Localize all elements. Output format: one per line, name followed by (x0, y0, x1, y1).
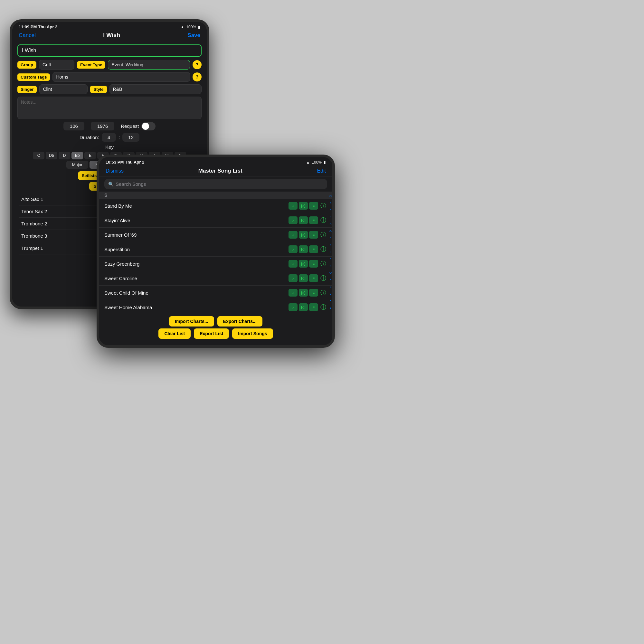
list-icon[interactable]: ≡ (309, 289, 318, 297)
year-input[interactable]: 1976 (91, 122, 114, 130)
key-D[interactable]: D (59, 152, 70, 159)
info-icon[interactable]: ⓘ (319, 303, 327, 311)
import-songs-button[interactable]: Import Songs (232, 328, 273, 339)
event-type-help[interactable]: ? (193, 60, 202, 69)
key-E[interactable]: E (84, 152, 96, 159)
music-icon[interactable]: ♪ (289, 289, 298, 297)
custom-tags-help[interactable]: ? (193, 72, 202, 81)
song-stayin-alive[interactable]: Stayin' Alive ♪ [c] ≡ ⓘ (99, 213, 332, 228)
alpha-dot3[interactable]: • (329, 257, 332, 261)
music-icon[interactable]: ♪ (289, 216, 298, 224)
search-bar[interactable]: 🔍 Search Songs (104, 179, 327, 189)
singer-row: Singer Clint Style R&B (17, 84, 202, 94)
alpha-dot4[interactable]: • (329, 278, 332, 282)
chord-icon[interactable]: [c] (299, 260, 308, 268)
music-icon[interactable]: ♪ (289, 231, 298, 239)
info-icon[interactable]: ⓘ (319, 202, 327, 210)
music-icon[interactable]: ♪ (289, 260, 298, 268)
alpha-L[interactable]: L (329, 251, 332, 254)
bpm-input[interactable]: 106 (63, 122, 84, 130)
alpha-O2[interactable]: O (329, 271, 332, 275)
dismiss-button[interactable]: Dismiss (106, 168, 124, 174)
list-icon[interactable]: ≡ (309, 202, 318, 210)
info-icon[interactable]: ⓘ (319, 216, 327, 224)
song-sweet-caroline[interactable]: Sweet Caroline ♪ [c] ≡ ⓘ (99, 271, 332, 286)
alpha-O[interactable]: O (329, 194, 332, 198)
clear-list-button[interactable]: Clear List (158, 328, 191, 339)
song-superstition[interactable]: Superstition ♪ [c] ≡ ⓘ (99, 242, 332, 257)
music-icon[interactable]: ♪ (289, 202, 298, 210)
music-icon[interactable]: ♪ (289, 303, 298, 311)
song-icons: ♪ [c] ≡ ⓘ (289, 260, 327, 268)
key-C[interactable]: C (33, 152, 44, 159)
battery-icon-front: ▮ (324, 160, 326, 165)
song-name: Sweet Child Of Mine (104, 290, 286, 296)
group-badge: Group (17, 61, 36, 69)
save-button[interactable]: Save (187, 32, 200, 39)
status-icons-back: ▲ 100% ▮ (180, 25, 200, 29)
list-icon[interactable]: ≡ (309, 231, 318, 239)
request-toggle[interactable] (141, 122, 156, 130)
alpha-B1[interactable]: B (329, 209, 332, 212)
info-icon[interactable]: ⓘ (319, 260, 327, 268)
info-icon[interactable]: ⓘ (319, 231, 327, 239)
music-icon[interactable]: ♪ (289, 245, 298, 253)
custom-tags-badge: Custom Tags (17, 73, 50, 81)
duration-sec[interactable]: 12 (122, 133, 139, 142)
ipad-front: 10:53 PM Thu Apr 2 ▲ 100% ▮ Dismiss Mast… (97, 155, 335, 348)
alpha-S2[interactable]: S (329, 285, 332, 289)
import-charts-button[interactable]: Import Charts... (169, 316, 214, 327)
chord-icon[interactable]: [c] (299, 303, 308, 311)
notes-field[interactable]: Notes... (17, 97, 202, 119)
bottom-btn-row1: Import Charts... Export Charts... (104, 316, 327, 327)
chord-icon[interactable]: [c] (299, 216, 308, 224)
singer-input[interactable]: Clint (39, 84, 88, 94)
alpha-dot5[interactable]: • (329, 299, 332, 303)
song-title-input[interactable] (17, 44, 202, 57)
list-icon[interactable]: ≡ (309, 274, 318, 282)
music-icon[interactable]: ♪ (289, 274, 298, 282)
info-icon[interactable]: ⓘ (319, 245, 327, 253)
alpha-S[interactable]: S (329, 202, 332, 205)
chord-icon[interactable]: [c] (299, 274, 308, 282)
song-sweet-home[interactable]: Sweet Home Alabama ♪ [c] ≡ ⓘ (99, 300, 332, 313)
alpha-B2[interactable]: B (329, 215, 332, 219)
info-icon[interactable]: ⓘ (319, 274, 327, 282)
battery-back: 100% (186, 25, 196, 29)
list-icon[interactable]: ≡ (309, 303, 318, 311)
song-icons: ♪ [c] ≡ ⓘ (289, 274, 327, 282)
song-sweet-child[interactable]: Sweet Child Of Mine ♪ [c] ≡ ⓘ (99, 286, 332, 300)
alpha-Y[interactable]: Y (329, 306, 332, 310)
song-stand-by-me[interactable]: Stand By Me ♪ [c] ≡ ⓘ (99, 199, 332, 213)
alpha-dot1[interactable]: • (329, 236, 332, 240)
chord-icon[interactable]: [c] (299, 289, 308, 297)
duration-label: Duration: (80, 135, 99, 140)
edit-link[interactable]: Edit (317, 168, 326, 174)
mode-major[interactable]: Major (66, 161, 89, 169)
list-icon[interactable]: ≡ (309, 260, 318, 268)
alpha-G[interactable]: G (329, 230, 332, 233)
side-button-front (333, 241, 335, 261)
key-Db[interactable]: Db (46, 152, 57, 159)
key-Eb[interactable]: Eb (71, 152, 83, 159)
list-icon[interactable]: ≡ (309, 245, 318, 253)
alpha-V[interactable]: V (329, 292, 332, 296)
alpha-dot2[interactable]: • (329, 243, 332, 247)
chord-icon[interactable]: [c] (299, 202, 308, 210)
cancel-button[interactable]: Cancel (19, 32, 36, 39)
duration-min[interactable]: 4 (102, 133, 116, 142)
export-charts-button[interactable]: Export Charts... (217, 316, 262, 327)
export-list-button[interactable]: Export List (194, 328, 229, 339)
list-icon[interactable]: ≡ (309, 216, 318, 224)
chord-icon[interactable]: [c] (299, 231, 308, 239)
event-type-input[interactable]: Event, Wedding (108, 60, 190, 70)
alpha-N[interactable]: N (329, 264, 332, 268)
song-suzy-greenberg[interactable]: Suzy Greenberg ♪ [c] ≡ ⓘ (99, 257, 332, 271)
style-input[interactable]: R&B (109, 84, 202, 94)
song-summer-69[interactable]: Summer Of '69 ♪ [c] ≡ ⓘ (99, 228, 332, 242)
group-input[interactable]: Grift (39, 60, 74, 70)
chord-icon[interactable]: [c] (299, 245, 308, 253)
alpha-D[interactable]: D (329, 223, 332, 226)
info-icon[interactable]: ⓘ (319, 289, 327, 297)
custom-tags-input[interactable]: Horns (52, 72, 190, 82)
